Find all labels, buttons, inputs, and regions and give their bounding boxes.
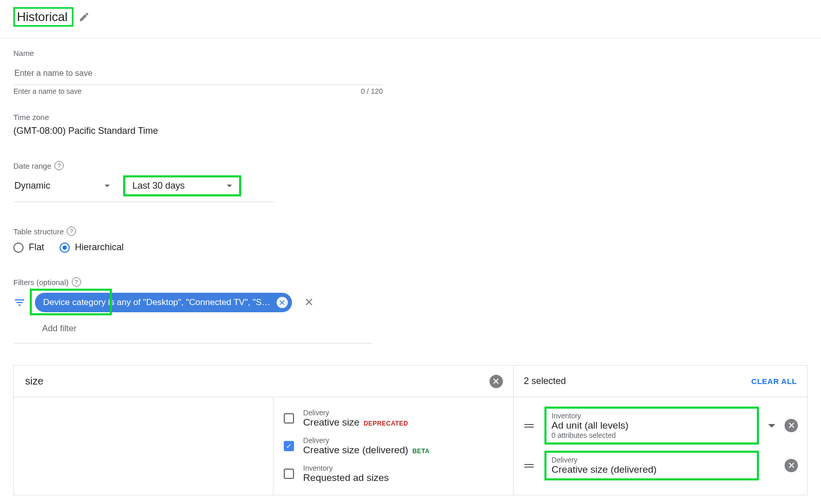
help-icon[interactable]: ? xyxy=(72,277,81,287)
selected-count: 2 selected xyxy=(524,376,566,387)
dimension-options-list: Delivery Creative size DEPRECATED Delive… xyxy=(273,397,513,495)
clear-filters-icon[interactable]: ✕ xyxy=(301,293,317,312)
dimension-picker-panel: ✕ Delivery Creative size DEPRECATED xyxy=(13,365,808,495)
help-icon[interactable]: ? xyxy=(54,161,64,170)
selected-name: Ad unit (all levels) xyxy=(552,420,752,431)
radio-icon xyxy=(60,243,70,253)
caret-down-icon xyxy=(227,185,232,187)
name-input[interactable] xyxy=(13,62,383,85)
option-name: Creative size xyxy=(303,417,360,428)
selected-card[interactable]: Delivery Creative size (delivered) xyxy=(544,451,759,480)
radio-hierarchical[interactable]: Hierarchical xyxy=(60,242,124,253)
date-range-preset-select[interactable]: Last 30 days xyxy=(123,175,241,196)
radio-flat[interactable]: Flat xyxy=(13,242,44,253)
chevron-down-icon[interactable] xyxy=(768,424,775,428)
caret-down-icon xyxy=(105,185,110,187)
checkbox[interactable] xyxy=(284,441,294,451)
edit-icon[interactable] xyxy=(79,11,90,23)
radio-hier-label: Hierarchical xyxy=(75,242,124,253)
selected-name: Creative size (delivered) xyxy=(552,464,752,475)
timezone-label: Time zone xyxy=(13,113,383,122)
date-range-type-select[interactable]: Dynamic xyxy=(13,177,111,194)
clear-search-icon[interactable]: ✕ xyxy=(490,375,503,388)
selected-item: Inventory Ad unit (all levels) 0 attribu… xyxy=(523,404,798,448)
divider xyxy=(13,343,373,344)
filter-chip[interactable]: Device category is any of "Desktop", "Co… xyxy=(35,293,292,312)
dimension-option[interactable]: Delivery Creative size DEPRECATED xyxy=(278,405,509,432)
table-structure-label: Table structure xyxy=(13,227,64,236)
add-filter-button[interactable]: Add filter xyxy=(42,324,383,334)
radio-flat-label: Flat xyxy=(29,242,44,253)
dimension-option[interactable]: Delivery Creative size (delivered) BETA xyxy=(278,432,509,460)
remove-selected-icon[interactable]: ✕ xyxy=(785,419,798,432)
filter-chip-text: Device category is any of "Desktop", "Co… xyxy=(43,297,270,308)
filters-section: Filters (optional) ? Device category is … xyxy=(13,267,383,344)
name-section: Name Enter a name to save 0 / 120 xyxy=(13,38,383,95)
radio-icon xyxy=(13,243,24,253)
clear-all-button[interactable]: CLEAR ALL xyxy=(751,377,797,386)
filter-icon xyxy=(13,296,26,309)
option-category: Inventory xyxy=(303,464,389,472)
name-placeholder-helper: Enter a name to save xyxy=(13,87,82,95)
selected-card[interactable]: Inventory Ad unit (all levels) 0 attribu… xyxy=(544,407,759,445)
badge-deprecated: DEPRECATED xyxy=(364,420,408,427)
selected-sub: 0 attributes selected xyxy=(552,431,752,439)
dimension-search-input[interactable] xyxy=(24,375,482,388)
option-name: Requested ad sizes xyxy=(303,472,389,483)
drag-handle-icon[interactable] xyxy=(523,422,535,429)
badge-beta: BETA xyxy=(413,448,430,455)
name-counter: 0 / 120 xyxy=(361,87,383,95)
timezone-section: Time zone (GMT-08:00) Pacific Standard T… xyxy=(13,103,383,136)
report-type-title: Historical xyxy=(13,7,73,27)
remove-selected-icon[interactable]: ✕ xyxy=(785,459,798,472)
timezone-value: (GMT-08:00) Pacific Standard Time xyxy=(13,126,383,136)
drag-handle-icon[interactable] xyxy=(523,462,535,469)
remove-chip-icon[interactable]: ✕ xyxy=(277,297,288,308)
checkbox[interactable] xyxy=(284,469,294,479)
selected-item: Delivery Creative size (delivered) ✕ xyxy=(523,448,798,483)
checkbox[interactable] xyxy=(284,413,294,424)
dimension-facet-column xyxy=(14,397,273,495)
filters-label: Filters (optional) xyxy=(13,278,69,287)
date-range-section: Date range ? Dynamic Last 30 days xyxy=(13,151,383,202)
page-header: Historical xyxy=(13,0,808,38)
option-category: Delivery xyxy=(303,409,408,417)
help-icon[interactable]: ? xyxy=(67,227,76,236)
selected-category: Inventory xyxy=(552,412,752,420)
name-label: Name xyxy=(13,49,383,57)
option-name: Creative size (delivered) xyxy=(303,445,408,456)
date-range-preset-value: Last 30 days xyxy=(132,180,185,191)
selected-category: Delivery xyxy=(552,456,752,464)
date-range-type-value: Dynamic xyxy=(14,180,50,191)
date-range-label: Date range xyxy=(13,162,51,170)
dimension-option[interactable]: Inventory Requested ad sizes xyxy=(278,460,509,488)
option-category: Delivery xyxy=(303,436,430,445)
table-structure-section: Table structure ? Flat Hierarchical xyxy=(13,216,383,253)
